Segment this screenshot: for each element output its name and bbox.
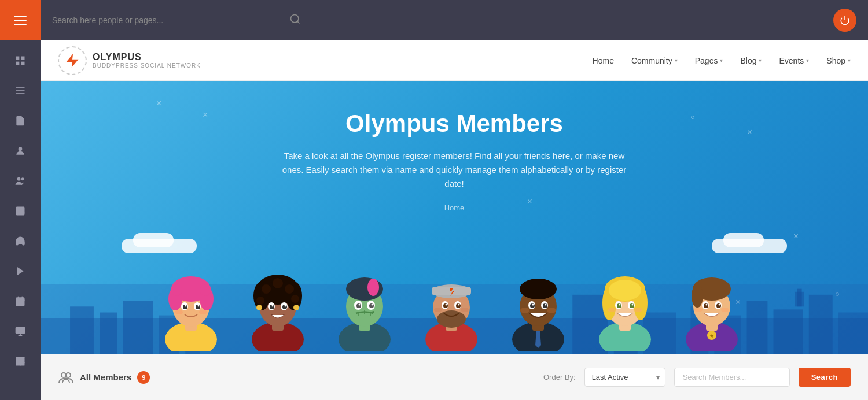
character-6 xyxy=(587,261,668,354)
character-4 xyxy=(414,261,495,354)
hero-subtitle: Take a look at all the Olympus register … xyxy=(281,149,628,191)
svg-point-65 xyxy=(199,310,207,314)
svg-point-143 xyxy=(634,308,642,312)
svg-rect-2 xyxy=(16,62,20,65)
headset-icon[interactable] xyxy=(0,228,41,254)
hero-breadcrumb: Home xyxy=(444,203,465,212)
members-label: All Members 9 xyxy=(58,371,150,384)
svg-point-160 xyxy=(66,373,71,377)
character-5 xyxy=(501,261,582,354)
table-icon[interactable] xyxy=(0,348,41,375)
character-3 xyxy=(327,261,408,354)
svg-rect-6 xyxy=(16,93,25,94)
chevron-down-icon: ▾ xyxy=(675,57,678,64)
svg-point-156 xyxy=(721,308,729,312)
svg-point-142 xyxy=(608,308,616,312)
user-icon[interactable] xyxy=(0,138,41,164)
svg-point-57 xyxy=(200,284,211,296)
hero-content: Olympus Members Take a look at all the O… xyxy=(269,81,639,224)
nav-item-home[interactable]: Home xyxy=(593,56,614,65)
svg-text:★: ★ xyxy=(709,333,714,339)
svg-point-24 xyxy=(291,14,299,22)
search-icon[interactable] xyxy=(289,13,301,28)
search-input[interactable] xyxy=(52,16,284,25)
sidebar-toggle[interactable] xyxy=(0,0,41,40)
deco-circle xyxy=(691,116,694,119)
svg-point-62 xyxy=(185,305,187,307)
character-2 xyxy=(240,261,321,354)
order-select[interactable]: Last Active Newest Alphabetical xyxy=(584,368,665,387)
svg-point-135 xyxy=(609,280,641,301)
svg-point-154 xyxy=(719,304,720,306)
power-button[interactable] xyxy=(833,9,856,32)
order-controls: Order By: Last Active Newest Alphabetica… xyxy=(543,368,851,387)
arrow-icon[interactable] xyxy=(0,258,41,284)
nav-item-shop[interactable]: Shop ▾ xyxy=(826,56,851,65)
svg-point-95 xyxy=(359,304,361,306)
sidebar xyxy=(0,0,41,400)
deco-x: × xyxy=(747,127,752,138)
nav-item-pages[interactable]: Pages ▾ xyxy=(695,56,723,65)
character-1 xyxy=(153,261,234,354)
svg-point-84 xyxy=(272,305,274,307)
chevron-down-icon: ▾ xyxy=(720,57,723,64)
chevron-down-icon: ▾ xyxy=(759,57,762,64)
logo-tagline: BUDDYPRESS SOCIAL NETWORK xyxy=(93,62,201,69)
top-bar xyxy=(41,0,868,40)
svg-rect-3 xyxy=(21,62,25,65)
svg-point-100 xyxy=(372,311,374,313)
nav-item-blog[interactable]: Blog ▾ xyxy=(740,56,762,65)
search-members-input[interactable] xyxy=(674,368,790,387)
search-button[interactable]: Search xyxy=(799,368,851,387)
sidebar-icons xyxy=(0,40,41,400)
nav-item-events[interactable]: Events ▾ xyxy=(779,56,809,65)
svg-point-148 xyxy=(692,284,703,308)
svg-point-153 xyxy=(706,304,708,306)
svg-rect-4 xyxy=(16,87,25,88)
svg-rect-47 xyxy=(133,233,174,247)
svg-point-76 xyxy=(256,297,264,305)
cloud-right xyxy=(706,230,793,261)
svg-point-115 xyxy=(461,308,469,312)
list-icon[interactable] xyxy=(0,77,41,104)
svg-point-90 xyxy=(367,279,379,296)
svg-point-75 xyxy=(285,284,294,294)
bottom-bar: All Members 9 Order By: Last Active Newe… xyxy=(41,354,868,400)
svg-marker-12 xyxy=(17,267,24,276)
hamburger-icon[interactable] xyxy=(14,16,27,25)
svg-point-126 xyxy=(520,308,529,313)
svg-rect-1 xyxy=(21,57,25,60)
logo-icon xyxy=(58,46,87,75)
users-icon[interactable] xyxy=(0,168,41,194)
svg-point-77 xyxy=(291,295,299,303)
document-icon[interactable] xyxy=(0,108,41,134)
svg-point-107 xyxy=(437,310,466,328)
svg-point-112 xyxy=(446,304,447,306)
grid-icon[interactable] xyxy=(0,47,41,74)
svg-point-125 xyxy=(545,304,547,306)
svg-point-7 xyxy=(19,147,23,151)
monitor-icon[interactable] xyxy=(0,318,41,345)
logo: OLYMPUS BUDDYPRESS SOCIAL NETWORK xyxy=(58,46,201,75)
logo-name: OLYMPUS xyxy=(93,52,201,62)
image-icon[interactable] xyxy=(0,198,41,224)
svg-point-74 xyxy=(273,278,283,288)
svg-point-124 xyxy=(532,304,534,306)
nav-menu: Home Community ▾ Pages ▾ Blog ▾ Events ▾… xyxy=(593,56,851,65)
all-members-text: All Members xyxy=(80,372,131,382)
svg-point-11 xyxy=(18,209,19,210)
svg-point-155 xyxy=(694,308,703,312)
calendar-icon[interactable] xyxy=(0,288,41,314)
main-content: OLYMPUS BUDDYPRESS SOCIAL NETWORK Home C… xyxy=(41,0,868,400)
svg-point-96 xyxy=(372,304,373,306)
svg-point-64 xyxy=(175,310,183,314)
svg-point-113 xyxy=(458,304,460,306)
svg-rect-17 xyxy=(16,327,25,334)
nav-item-community[interactable]: Community ▾ xyxy=(631,56,678,65)
svg-point-56 xyxy=(171,284,182,296)
chevron-down-icon: ▾ xyxy=(848,57,851,64)
deco-x: × xyxy=(793,231,799,242)
svg-marker-27 xyxy=(67,54,79,67)
svg-rect-49 xyxy=(723,233,764,247)
svg-point-159 xyxy=(61,373,66,377)
